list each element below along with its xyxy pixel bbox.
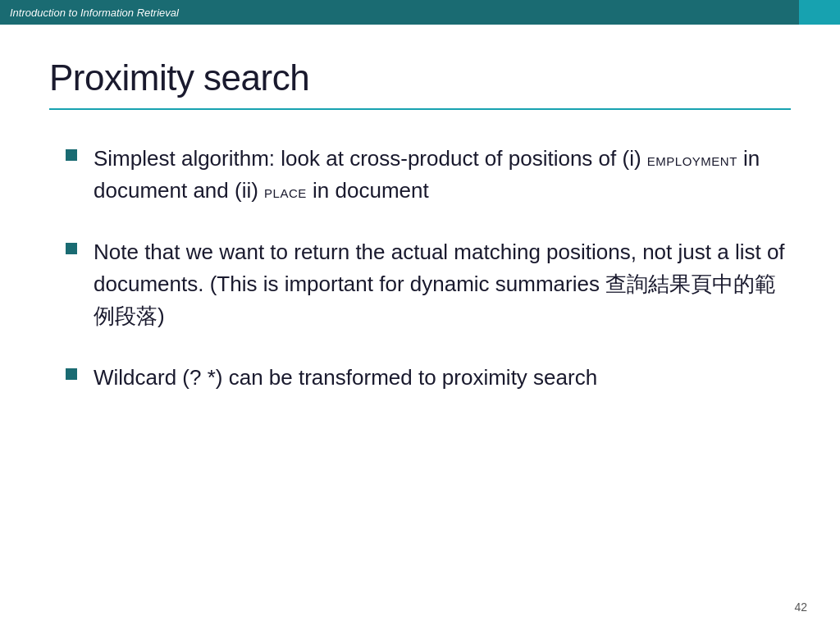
page-number: 42 [794,600,807,614]
bullet-text-3: Wildcard (? *) can be transformed to pro… [94,362,597,394]
bullet-text-1: Simplest algorithm: look at cross-produc… [94,143,791,207]
slide-content: Proximity search Simplest algorithm: loo… [0,25,840,630]
title-underline [49,108,791,110]
bullet-item-2: Note that we want to return the actual m… [49,236,791,332]
header-title: Introduction to Information Retrieval [10,7,179,19]
bullet-item-1: Simplest algorithm: look at cross-produc… [49,143,791,207]
slide-title: Proximity search [49,57,791,98]
header-bar: Introduction to Information Retrieval [0,0,840,25]
bullet-icon-1 [66,149,77,161]
header-accent [799,0,840,25]
bullet-list: Simplest algorithm: look at cross-produc… [49,143,791,394]
bullet-icon-2 [66,243,77,254]
bullet-item-3: Wildcard (? *) can be transformed to pro… [49,362,791,394]
employment-smallcaps: employment [647,149,737,170]
bullet-icon-3 [66,368,77,380]
place-smallcaps: place [264,181,307,202]
bullet-text-2: Note that we want to return the actual m… [94,236,791,332]
